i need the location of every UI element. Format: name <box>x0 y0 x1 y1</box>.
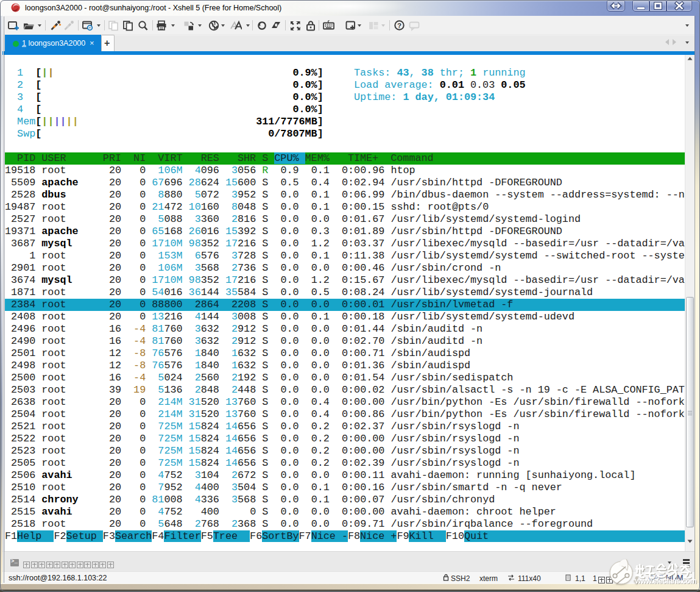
svg-text:?: ? <box>397 22 401 29</box>
svg-text:www.elecfans.com: www.elecfans.com <box>635 577 697 585</box>
